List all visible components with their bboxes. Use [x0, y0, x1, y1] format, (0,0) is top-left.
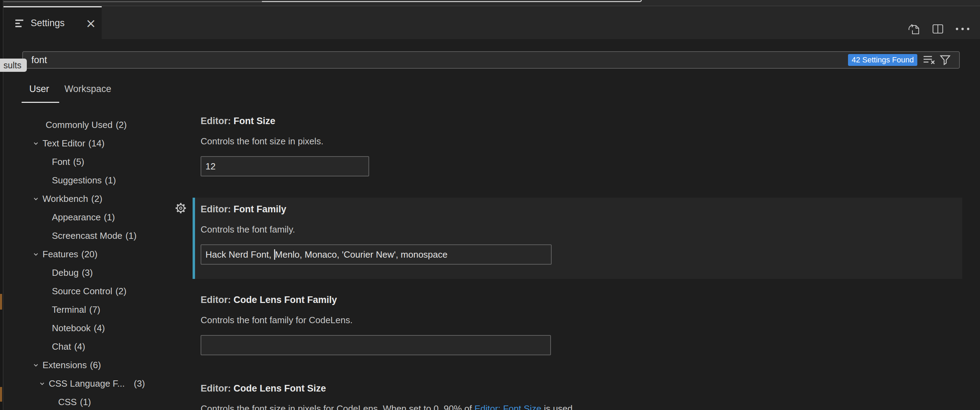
setting-category-label: Editor:	[200, 383, 234, 394]
toc-item-count: (4)	[74, 341, 85, 352]
toc-item-label: Text Editor	[43, 138, 85, 149]
edge-marker-orange	[0, 387, 2, 402]
toc-item-commonly-used[interactable]: Commonly Used(2)	[0, 116, 194, 134]
toc-item-chat[interactable]: Chat(4)	[0, 338, 194, 356]
toc-item-label: Chat	[52, 341, 71, 352]
settings-search-input[interactable]: font 42 Settings Found	[22, 51, 960, 69]
toc-item-suggestions[interactable]: Suggestions(1)	[0, 171, 194, 190]
toc-item-text-editor[interactable]: Text Editor(14)	[0, 134, 194, 153]
tab-workspace[interactable]: Workspace	[64, 84, 111, 94]
setting-category-label: Editor:	[200, 204, 234, 214]
toc-item-label: Notebook	[52, 323, 91, 333]
toc-item-css-language-f[interactable]: CSS Language F...(3)	[0, 375, 194, 393]
search-query-text: font	[31, 55, 848, 65]
toc-item-label: Commonly Used	[46, 120, 113, 131]
settings-scope-tabs: User Workspace	[29, 84, 111, 94]
setting-description: Controls the font size in pixels for Cod…	[200, 403, 962, 410]
filter-icon[interactable]	[940, 55, 951, 65]
setting-description: Controls the font size in pixels.	[200, 135, 962, 147]
toc-item-count: (1)	[80, 397, 91, 408]
settings-tab-icon	[15, 19, 24, 27]
setting-value-input[interactable]	[200, 335, 551, 355]
toc-item-label: Debug	[52, 267, 79, 278]
setting-name-label: Code Lens Font Family	[234, 295, 337, 305]
results-count-badge: 42 Settings Found	[848, 54, 917, 66]
input-text: 12	[205, 161, 216, 172]
toc-item-count: (2)	[116, 120, 127, 131]
description-text: is used.	[541, 404, 575, 410]
more-actions-icon[interactable]	[955, 27, 970, 31]
toc-item-count: (3)	[134, 378, 145, 389]
chevron-down-icon	[32, 362, 43, 369]
toc-item-terminal[interactable]: Terminal(7)	[0, 300, 194, 319]
chevron-down-icon	[32, 250, 43, 258]
toc-item-label: Appearance	[52, 212, 101, 223]
tooltip-fragment: sults	[0, 59, 27, 72]
setting-editor-codelens-font-family: Editor: Code Lens Font FamilyControls th…	[192, 294, 962, 355]
setting-editor-codelens-font-size: Editor: Code Lens Font SizeControls the …	[192, 383, 962, 410]
split-editor-icon[interactable]	[932, 23, 944, 35]
tab-user[interactable]: User	[29, 84, 49, 94]
toc-item-label: Font	[52, 156, 70, 168]
setting-name-label: Font Size	[234, 116, 275, 126]
toc-item-count: (3)	[82, 267, 93, 278]
toc-item-font[interactable]: Font(5)	[0, 153, 194, 171]
toc-item-label: Terminal	[52, 305, 86, 315]
toc-item-label: Workbench	[43, 193, 88, 204]
setting-description: Controls the font family.	[200, 223, 962, 235]
toc-item-extensions[interactable]: Extensions(6)	[0, 356, 194, 375]
toc-item-count: (2)	[91, 193, 102, 204]
toc-item-label: Features	[43, 249, 78, 260]
settings-toc: Commonly Used(2)Text Editor(14)Font(5)Su…	[0, 116, 194, 410]
setting-editor-font-family: Editor: Font FamilyControls the font fam…	[192, 198, 962, 279]
toc-item-workbench[interactable]: Workbench(2)	[0, 190, 194, 208]
toc-item-debug[interactable]: Debug(3)	[0, 263, 194, 282]
setting-title: Editor: Code Lens Font Size	[200, 383, 962, 394]
chevron-down-icon	[32, 195, 43, 203]
overlapping-window-edge-highlight	[262, 0, 642, 2]
toc-item-label: CSS Language F...	[49, 378, 125, 389]
toc-item-count: (5)	[73, 156, 84, 168]
toc-item-count: (1)	[126, 230, 137, 241]
toc-item-count: (20)	[81, 249, 97, 260]
toc-item-count: (14)	[89, 138, 105, 149]
setting-value-input[interactable]: 12	[200, 156, 369, 176]
setting-title: Editor: Font Size	[200, 115, 962, 127]
gear-icon[interactable]	[174, 201, 188, 215]
toc-item-count: (4)	[94, 323, 105, 333]
toc-item-label: Screencast Mode	[52, 230, 122, 241]
tab-settings[interactable]: Settings ×	[1, 6, 102, 39]
open-settings-json-icon[interactable]	[908, 22, 921, 35]
setting-name-label: Font Family	[234, 204, 286, 214]
input-text: Hack Nerd Font,	[205, 249, 274, 260]
input-text: Menlo, Monaco, 'Courier New', monospace	[275, 249, 448, 260]
chevron-down-icon	[38, 380, 49, 388]
description-text: Controls the font size in pixels for Cod…	[200, 404, 474, 410]
toc-item-features[interactable]: Features(20)	[0, 245, 194, 263]
setting-value-input[interactable]: Hack Nerd Font, Menlo, Monaco, 'Courier …	[200, 244, 552, 265]
setting-title: Editor: Font Family	[200, 198, 962, 215]
toc-item-label: CSS	[58, 397, 76, 408]
toc-item-appearance[interactable]: Appearance(1)	[0, 208, 194, 227]
setting-category-label: Editor:	[200, 116, 234, 126]
toc-item-source-control[interactable]: Source Control(2)	[0, 282, 194, 300]
edge-marker-orange	[0, 294, 2, 309]
clear-search-results-icon[interactable]	[923, 55, 935, 65]
editor-tab-bar: Settings ×	[0, 6, 980, 39]
setting-category-label: Editor:	[200, 295, 234, 305]
toc-item-count: (1)	[104, 212, 115, 223]
toc-item-label: Suggestions	[52, 175, 102, 186]
editor-actions	[908, 13, 970, 45]
close-icon[interactable]: ×	[86, 17, 96, 30]
setting-description: Controls the font family for CodeLens.	[200, 314, 962, 326]
setting-link[interactable]: Editor: Font Size	[474, 404, 541, 410]
toc-item-count: (6)	[90, 360, 101, 371]
toc-item-count: (1)	[105, 175, 116, 186]
toc-item-css[interactable]: CSS(1)	[0, 393, 194, 410]
toc-item-count: (7)	[89, 305, 100, 315]
vscode-settings-window: Settings ×	[0, 0, 980, 410]
toc-item-label: Extensions	[43, 360, 87, 371]
toc-item-notebook[interactable]: Notebook(4)	[0, 319, 194, 338]
setting-editor-font-size: Editor: Font SizeControls the font size …	[192, 115, 962, 176]
toc-item-screencast-mode[interactable]: Screencast Mode(1)	[0, 227, 194, 245]
